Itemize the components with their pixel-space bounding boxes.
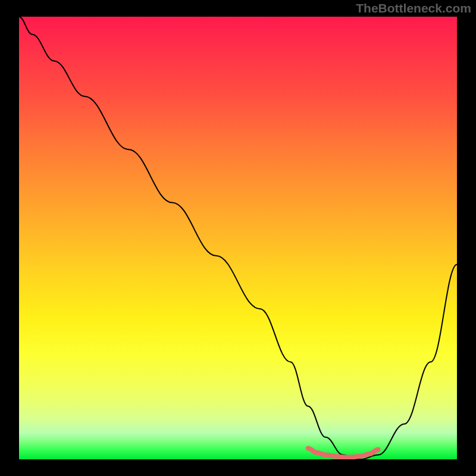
highlight-segment [308,448,378,457]
watermark-text: TheBottleneck.com [356,1,471,15]
chart-container: TheBottleneck.com [0,0,476,476]
chart-overlay [19,17,457,459]
bottleneck-curve [19,17,457,459]
